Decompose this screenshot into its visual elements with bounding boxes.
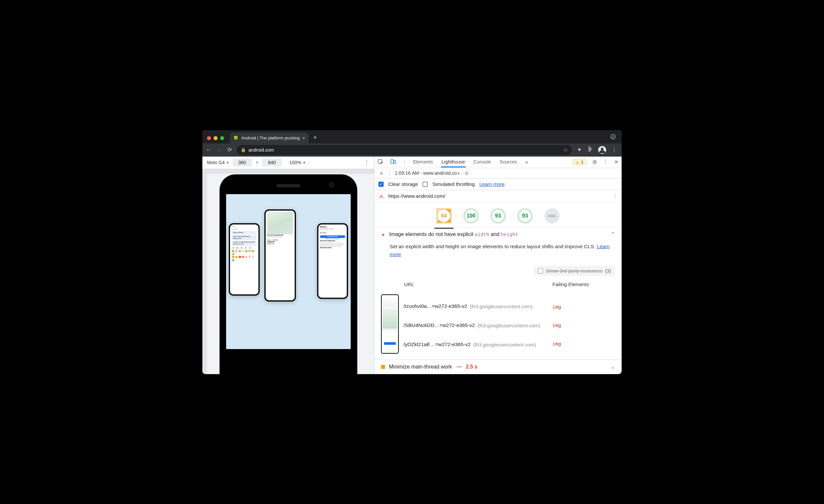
third-party-count: (3) — [605, 268, 611, 274]
toolbar-actions: ✦ ⋮ — [575, 146, 619, 154]
tab-lighthouse[interactable]: Lighthouse — [441, 157, 466, 168]
audit-image-dimensions: Image elements do not have explicit widt… — [375, 228, 622, 359]
score-gauges: 64 100 93 93 PWA — [375, 202, 622, 228]
simulated-throttling-label: Simulated throttling — [432, 181, 475, 187]
viewport-width-input[interactable] — [233, 159, 252, 167]
forward-button[interactable]: → — [216, 147, 223, 153]
browser-tab[interactable]: Android | The platform pushing × — [230, 132, 309, 143]
svg-point-0 — [611, 134, 615, 139]
inspect-element-icon[interactable] — [378, 159, 383, 166]
tab-elements[interactable]: Elements — [412, 157, 433, 168]
emulated-page[interactable]: 11:00 ● JOHN Happy holidays!! Wow! Can't… — [226, 194, 351, 349]
options-learn-more-link[interactable]: Learn more — [479, 181, 505, 187]
lock-icon: 🔒 — [240, 147, 246, 152]
gauge-accessibility[interactable]: 100 — [463, 208, 479, 223]
audit-description: Set an explicit width and height on imag… — [381, 237, 612, 262]
profile-avatar-icon[interactable] — [598, 146, 606, 154]
clear-storage-checkbox[interactable] — [378, 182, 384, 187]
fail-triangle-icon — [381, 232, 385, 237]
lighthouse-options: Clear storage Simulated throttling Learn… — [375, 179, 622, 190]
new-report-button[interactable]: ＋ — [378, 169, 384, 177]
address-bar[interactable]: 🔒 android.com ☆ — [237, 145, 572, 155]
zoom-select[interactable]: 100% — [289, 160, 305, 165]
minimize-window-icon[interactable] — [214, 136, 217, 140]
third-party-checkbox[interactable] — [538, 268, 543, 274]
audit2-time: 2.5 s — [466, 364, 478, 370]
browser-toolbar: ← → ⟳ 🔒 android.com ☆ ✦ ⋮ — [202, 143, 622, 157]
toggle-device-toolbar-icon[interactable] — [391, 159, 397, 165]
url-text: android.com — [248, 147, 274, 153]
report-select[interactable]: 1:09:16 AM - www.android.co — [395, 171, 460, 176]
gauge-pwa[interactable]: PWA — [544, 208, 560, 223]
gauge-performance[interactable]: 64 — [436, 208, 451, 223]
hero-phone-maps: Pin your favourite trips Easily see rout… — [264, 209, 296, 302]
hero-phone-messages: 11:00 ● JOHN Happy holidays!! Wow! Can't… — [229, 223, 260, 296]
audit-header[interactable]: Image elements do not have explicit widt… — [381, 231, 615, 237]
bookmark-star-icon[interactable]: ☆ — [563, 147, 568, 153]
report-url: https://www.android.com/ — [388, 193, 445, 199]
chevron-up-icon[interactable]: ⌃ — [611, 231, 615, 237]
window-controls[interactable] — [205, 136, 227, 143]
failing-element: img — [552, 323, 615, 328]
thumbnail-preview — [381, 294, 399, 354]
new-tab-button[interactable]: + — [309, 134, 322, 143]
reading-list-icon[interactable] — [587, 146, 593, 154]
th-url: URL — [381, 282, 552, 287]
devtools-panel: | Elements Lighthouse Console Sources » … — [375, 157, 622, 374]
more-tabs-icon[interactable]: » — [525, 159, 528, 165]
clear-reports-icon[interactable]: ⊘ — [465, 170, 469, 176]
simulated-throttling-checkbox[interactable] — [423, 182, 428, 187]
android-favicon-icon — [233, 135, 239, 140]
viewport-height-input[interactable] — [263, 159, 282, 167]
content-area: Moto G4 × 100% ⋮ 11:00 ● JOHN — [202, 157, 622, 374]
device-frame: 11:00 ● JOHN Happy holidays!! Wow! Can't… — [219, 174, 357, 374]
table-row: /Izuohvi0a…=w272-e365-v2 (lh3.googleuser… — [381, 290, 615, 358]
chevron-down-icon[interactable]: ⌄ — [611, 364, 615, 370]
failing-url[interactable]: /yOZkl21aE…=w272-e365-v2 (lh3.googleuser… — [403, 341, 552, 347]
gauge-best-practices[interactable]: 93 — [491, 208, 506, 223]
ruler-horizontal — [202, 169, 374, 174]
th-failing: Failing Elements — [552, 282, 615, 287]
maximize-window-icon[interactable] — [220, 136, 224, 140]
audit-main-thread[interactable]: Minimize main-thread work — 2.5 s ⌄ — [375, 359, 622, 374]
gauge-seo[interactable]: 93 — [517, 208, 533, 223]
warnings-indicator[interactable]: 1 — [573, 159, 586, 165]
failing-url[interactable]: /SBU4NckDD…=w272-e365-v2 (lh3.googleuser… — [403, 322, 552, 328]
close-devtools-icon[interactable]: ✕ — [614, 159, 618, 165]
device-stage[interactable]: 11:00 ● JOHN Happy holidays!! Wow! Can't… — [202, 169, 374, 374]
tab-sources[interactable]: Sources — [499, 157, 518, 168]
hero-phone-books: Walden Henry David Thoreau 9hr 54min Aud… — [317, 223, 348, 299]
dimension-separator: × — [256, 160, 259, 165]
audit-title: Image elements do not have explicit widt… — [389, 231, 518, 237]
device-toolbar: Moto G4 × 100% ⋮ — [202, 157, 374, 169]
tab-strip: Android | The platform pushing × + — [202, 130, 622, 143]
failing-element: img — [552, 341, 615, 346]
clear-storage-label: Clear storage — [388, 181, 418, 187]
reload-button[interactable]: ⟳ — [226, 146, 233, 153]
extensions-icon[interactable]: ✦ — [577, 146, 582, 153]
close-tab-icon[interactable]: × — [302, 135, 305, 141]
devtools-tabbar: | Elements Lighthouse Console Sources » … — [375, 157, 622, 168]
close-window-icon[interactable] — [207, 136, 211, 140]
device-menu-icon[interactable]: ⋮ — [364, 159, 370, 166]
lighthouse-run-bar: ＋ | 1:09:16 AM - www.android.co ⊘ — [375, 168, 622, 179]
report-menu-icon[interactable]: ⋮ — [612, 193, 618, 199]
svg-rect-2 — [391, 160, 394, 164]
failing-url[interactable]: /Izuohvi0a…=w272-e365-v2 (lh3.googleuser… — [403, 303, 552, 309]
tab-console[interactable]: Console — [473, 157, 492, 168]
tab-title: Android | The platform pushing — [241, 135, 300, 140]
chrome-menu-icon[interactable] — [607, 134, 619, 143]
device-emulation-pane: Moto G4 × 100% ⋮ 11:00 ● JOHN — [202, 157, 375, 374]
failing-element: img — [552, 304, 615, 309]
audit2-dash: — — [456, 364, 462, 370]
audit2-title: Minimize main-thread work — [389, 364, 452, 370]
device-select[interactable]: Moto G4 — [207, 160, 229, 165]
browser-menu-icon[interactable]: ⋮ — [611, 146, 617, 153]
third-party-toggle: Show 3rd-party resources (3) — [534, 266, 615, 276]
warn-square-icon — [381, 365, 385, 369]
devtools-settings-icon[interactable]: ⚙ — [592, 159, 597, 165]
report-url-row: https://www.android.com/ ⋮ — [375, 190, 622, 202]
ruler-vertical — [202, 169, 207, 374]
devtools-menu-icon[interactable]: ⋮ — [603, 159, 608, 165]
back-button[interactable]: ← — [205, 147, 212, 153]
